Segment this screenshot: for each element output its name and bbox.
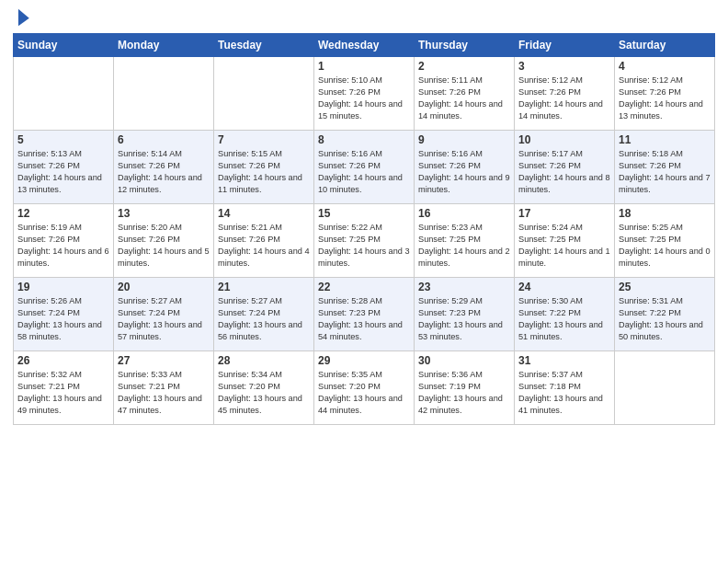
day-info: Sunrise: 5:14 AM Sunset: 7:26 PM Dayligh… <box>118 148 210 196</box>
table-row: 9Sunrise: 5:16 AM Sunset: 7:26 PM Daylig… <box>415 131 515 204</box>
table-row: 26Sunrise: 5:32 AM Sunset: 7:21 PM Dayli… <box>14 351 114 425</box>
day-number: 11 <box>619 133 711 146</box>
day-info: Sunrise: 5:34 AM Sunset: 7:20 PM Dayligh… <box>218 369 310 417</box>
day-info: Sunrise: 5:15 AM Sunset: 7:26 PM Dayligh… <box>218 148 310 196</box>
day-number: 9 <box>418 133 510 146</box>
page: Sunday Monday Tuesday Wednesday Thursday… <box>0 0 728 563</box>
calendar-week-row: 12Sunrise: 5:19 AM Sunset: 7:26 PM Dayli… <box>14 204 715 278</box>
table-row: 19Sunrise: 5:26 AM Sunset: 7:24 PM Dayli… <box>14 278 114 351</box>
day-number: 27 <box>118 354 210 367</box>
day-info: Sunrise: 5:22 AM Sunset: 7:25 PM Dayligh… <box>318 222 410 270</box>
day-number: 22 <box>318 281 410 293</box>
svg-marker-0 <box>18 9 29 27</box>
table-row: 6Sunrise: 5:14 AM Sunset: 7:26 PM Daylig… <box>114 131 214 204</box>
calendar-week-row: 1Sunrise: 5:10 AM Sunset: 7:26 PM Daylig… <box>14 57 715 131</box>
logo-icon <box>15 7 31 28</box>
day-number: 31 <box>518 354 610 367</box>
day-number: 21 <box>218 281 310 293</box>
day-info: Sunrise: 5:18 AM Sunset: 7:26 PM Dayligh… <box>619 148 711 196</box>
table-row: 13Sunrise: 5:20 AM Sunset: 7:26 PM Dayli… <box>114 204 214 278</box>
table-row: 2Sunrise: 5:11 AM Sunset: 7:26 PM Daylig… <box>415 57 515 131</box>
day-info: Sunrise: 5:16 AM Sunset: 7:26 PM Dayligh… <box>418 148 510 196</box>
day-info: Sunrise: 5:21 AM Sunset: 7:26 PM Dayligh… <box>218 222 310 270</box>
col-sunday: Sunday <box>14 34 114 57</box>
table-row <box>615 351 715 425</box>
day-number: 12 <box>17 207 109 220</box>
day-number: 23 <box>418 281 510 293</box>
day-number: 25 <box>619 281 711 293</box>
table-row: 3Sunrise: 5:12 AM Sunset: 7:26 PM Daylig… <box>515 57 615 131</box>
day-number: 15 <box>318 207 410 220</box>
col-thursday: Thursday <box>415 34 515 57</box>
day-info: Sunrise: 5:10 AM Sunset: 7:26 PM Dayligh… <box>318 75 410 122</box>
header <box>13 9 715 28</box>
table-row: 14Sunrise: 5:21 AM Sunset: 7:26 PM Dayli… <box>214 204 314 278</box>
table-row: 15Sunrise: 5:22 AM Sunset: 7:25 PM Dayli… <box>314 204 415 278</box>
table-row: 28Sunrise: 5:34 AM Sunset: 7:20 PM Dayli… <box>214 351 314 425</box>
table-row: 31Sunrise: 5:37 AM Sunset: 7:18 PM Dayli… <box>515 351 615 425</box>
day-number: 17 <box>518 207 610 220</box>
day-info: Sunrise: 5:33 AM Sunset: 7:21 PM Dayligh… <box>118 369 210 417</box>
table-row: 18Sunrise: 5:25 AM Sunset: 7:25 PM Dayli… <box>615 204 715 278</box>
table-row: 27Sunrise: 5:33 AM Sunset: 7:21 PM Dayli… <box>114 351 214 425</box>
logo <box>13 9 31 28</box>
day-number: 14 <box>218 207 310 220</box>
day-number: 5 <box>17 133 109 146</box>
day-number: 13 <box>118 207 210 220</box>
table-row: 16Sunrise: 5:23 AM Sunset: 7:25 PM Dayli… <box>415 204 515 278</box>
table-row: 23Sunrise: 5:29 AM Sunset: 7:23 PM Dayli… <box>415 278 515 351</box>
day-info: Sunrise: 5:36 AM Sunset: 7:19 PM Dayligh… <box>418 369 510 417</box>
day-info: Sunrise: 5:28 AM Sunset: 7:23 PM Dayligh… <box>318 295 410 343</box>
day-info: Sunrise: 5:24 AM Sunset: 7:25 PM Dayligh… <box>518 222 610 270</box>
col-monday: Monday <box>114 34 214 57</box>
day-info: Sunrise: 5:35 AM Sunset: 7:20 PM Dayligh… <box>318 369 410 417</box>
day-info: Sunrise: 5:27 AM Sunset: 7:24 PM Dayligh… <box>218 295 310 343</box>
day-number: 26 <box>17 354 109 367</box>
day-info: Sunrise: 5:27 AM Sunset: 7:24 PM Dayligh… <box>118 295 210 343</box>
calendar-header-row: Sunday Monday Tuesday Wednesday Thursday… <box>14 34 715 57</box>
day-info: Sunrise: 5:19 AM Sunset: 7:26 PM Dayligh… <box>17 222 109 270</box>
day-info: Sunrise: 5:11 AM Sunset: 7:26 PM Dayligh… <box>418 75 510 122</box>
table-row: 4Sunrise: 5:12 AM Sunset: 7:26 PM Daylig… <box>615 57 715 131</box>
table-row: 11Sunrise: 5:18 AM Sunset: 7:26 PM Dayli… <box>615 131 715 204</box>
table-row: 20Sunrise: 5:27 AM Sunset: 7:24 PM Dayli… <box>114 278 214 351</box>
day-info: Sunrise: 5:13 AM Sunset: 7:26 PM Dayligh… <box>17 148 109 196</box>
calendar-week-row: 19Sunrise: 5:26 AM Sunset: 7:24 PM Dayli… <box>14 278 715 351</box>
day-info: Sunrise: 5:25 AM Sunset: 7:25 PM Dayligh… <box>619 222 711 270</box>
table-row: 12Sunrise: 5:19 AM Sunset: 7:26 PM Dayli… <box>14 204 114 278</box>
day-number: 29 <box>318 354 410 367</box>
table-row <box>214 57 314 131</box>
day-number: 2 <box>418 60 510 73</box>
table-row: 22Sunrise: 5:28 AM Sunset: 7:23 PM Dayli… <box>314 278 415 351</box>
calendar-week-row: 26Sunrise: 5:32 AM Sunset: 7:21 PM Dayli… <box>14 351 715 425</box>
day-number: 1 <box>318 60 410 73</box>
table-row: 5Sunrise: 5:13 AM Sunset: 7:26 PM Daylig… <box>14 131 114 204</box>
calendar-table: Sunday Monday Tuesday Wednesday Thursday… <box>13 33 715 425</box>
day-info: Sunrise: 5:37 AM Sunset: 7:18 PM Dayligh… <box>518 369 610 417</box>
day-info: Sunrise: 5:29 AM Sunset: 7:23 PM Dayligh… <box>418 295 510 343</box>
day-info: Sunrise: 5:26 AM Sunset: 7:24 PM Dayligh… <box>17 295 109 343</box>
day-info: Sunrise: 5:23 AM Sunset: 7:25 PM Dayligh… <box>418 222 510 270</box>
table-row: 25Sunrise: 5:31 AM Sunset: 7:22 PM Dayli… <box>615 278 715 351</box>
day-number: 6 <box>118 133 210 146</box>
day-number: 4 <box>619 60 711 73</box>
col-wednesday: Wednesday <box>314 34 415 57</box>
col-friday: Friday <box>515 34 615 57</box>
day-number: 16 <box>418 207 510 220</box>
day-number: 20 <box>118 281 210 293</box>
table-row: 10Sunrise: 5:17 AM Sunset: 7:26 PM Dayli… <box>515 131 615 204</box>
day-number: 18 <box>619 207 711 220</box>
day-info: Sunrise: 5:17 AM Sunset: 7:26 PM Dayligh… <box>518 148 610 196</box>
table-row: 7Sunrise: 5:15 AM Sunset: 7:26 PM Daylig… <box>214 131 314 204</box>
day-number: 24 <box>518 281 610 293</box>
day-number: 28 <box>218 354 310 367</box>
table-row: 21Sunrise: 5:27 AM Sunset: 7:24 PM Dayli… <box>214 278 314 351</box>
col-tuesday: Tuesday <box>214 34 314 57</box>
day-info: Sunrise: 5:16 AM Sunset: 7:26 PM Dayligh… <box>318 148 410 196</box>
table-row: 17Sunrise: 5:24 AM Sunset: 7:25 PM Dayli… <box>515 204 615 278</box>
day-info: Sunrise: 5:20 AM Sunset: 7:26 PM Dayligh… <box>118 222 210 270</box>
day-number: 19 <box>17 281 109 293</box>
day-info: Sunrise: 5:12 AM Sunset: 7:26 PM Dayligh… <box>518 75 610 122</box>
col-saturday: Saturday <box>615 34 715 57</box>
day-number: 30 <box>418 354 510 367</box>
